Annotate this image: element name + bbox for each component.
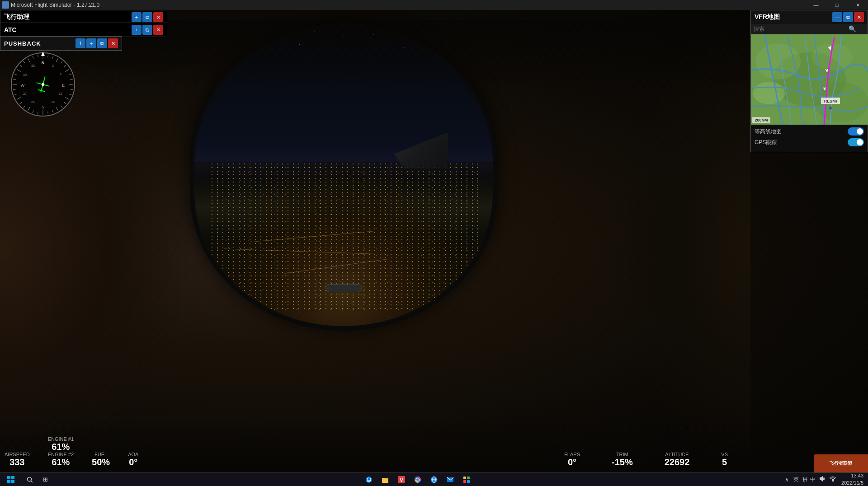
- taskbar-input-mode-pin[interactable]: 拼: [802, 476, 808, 483]
- taskbar: ⊞ V: [0, 472, 868, 486]
- flight-assistant-plus-button[interactable]: +: [132, 12, 142, 22]
- taskbar-system-tray: ∧ 英 拼 中 13:43 2022/11/5: [783, 472, 868, 486]
- aoa-label: AOA: [128, 452, 138, 457]
- vfr-close-button[interactable]: ✕: [854, 12, 864, 22]
- svg-text:33: 33: [31, 64, 35, 67]
- engine2-label: ENGINE #2: [48, 452, 74, 457]
- atc-title: ATC: [4, 26, 17, 33]
- atc-close-button[interactable]: ✕: [153, 25, 163, 35]
- search-icon[interactable]: 🔍: [849, 25, 856, 33]
- pushback-close-button[interactable]: ✕: [108, 38, 118, 48]
- vfr-search-bar[interactable]: 🔍: [751, 24, 868, 34]
- atc-panel: ATC + ⧉ ✕: [0, 23, 167, 37]
- pushback-panel: PUSHBACK 1 + ⧉ ✕: [0, 36, 122, 51]
- svg-rect-91: [832, 479, 834, 481]
- network-icon: [830, 476, 836, 482]
- taskbar-edge-button[interactable]: [363, 473, 375, 486]
- pushback-controls: 1 + ⧉ ✕: [75, 38, 118, 48]
- sky: [194, 28, 493, 162]
- search-icon: [27, 477, 33, 483]
- engine1-value: 61%: [52, 442, 70, 452]
- taskbar-input-lang-en[interactable]: 英: [792, 475, 801, 484]
- svg-text:15: 15: [51, 100, 55, 103]
- pushback-label: PUSHBACK: [4, 40, 41, 47]
- gps-track-toggle[interactable]: [848, 138, 864, 146]
- taskbar-input-lang-zh[interactable]: 中: [809, 476, 816, 483]
- close-button[interactable]: ✕: [847, 0, 868, 10]
- pushback-1-button[interactable]: 1: [75, 38, 85, 48]
- svg-rect-89: [467, 480, 470, 483]
- china-logo-text: 飞行者联盟: [830, 460, 852, 467]
- aoa-display: AOA 0°: [128, 452, 138, 467]
- svg-rect-76: [382, 478, 385, 479]
- airspeed-display: AIRSPEED 333: [5, 452, 30, 467]
- engine1-label: ENGINE #1: [48, 436, 74, 442]
- vfr-map-area[interactable]: RESMI 200NM: [751, 34, 868, 125]
- taskbar-chevron-up[interactable]: ∧: [783, 476, 791, 484]
- restore-button[interactable]: □: [826, 0, 847, 10]
- vfr-map-title: VFR地图: [755, 13, 780, 21]
- atc-header: ATC + ⧉ ✕: [0, 23, 167, 37]
- fuel-value: 50%: [92, 457, 110, 467]
- atc-plus-button[interactable]: +: [132, 25, 142, 35]
- taskbar-speaker-icon[interactable]: [817, 475, 827, 484]
- vfr-search-input[interactable]: [754, 26, 849, 32]
- taskbar-chrome-button[interactable]: [411, 473, 424, 486]
- svg-text:12: 12: [59, 92, 62, 95]
- store-icon: [463, 476, 470, 483]
- vfr-map-panel: VFR地图 — ⧉ ✕ 🔍: [750, 10, 868, 152]
- pushback-restore-button[interactable]: ⧉: [97, 38, 107, 48]
- windows-icon: [7, 476, 14, 483]
- titlebar-controls: — □ ✕: [806, 0, 868, 10]
- speaker-icon: [819, 476, 825, 482]
- gps-track-label: GPS跟踪: [755, 139, 777, 146]
- taskbar-explorer-button[interactable]: [379, 473, 392, 486]
- flaps-display: FLAPS 0°: [564, 452, 580, 467]
- svg-rect-88: [463, 480, 466, 483]
- app-icon: [2, 1, 9, 9]
- flight-assistant-restore-button[interactable]: ⧉: [142, 12, 152, 22]
- taskbar-search-button[interactable]: [23, 473, 37, 486]
- vfr-minimize-button[interactable]: —: [832, 12, 842, 22]
- stars: [194, 28, 493, 82]
- titlebar: Microsoft Flight Simulator - 1.27.21.0 —…: [0, 0, 868, 10]
- taskbar-middle-icons: V: [52, 473, 783, 486]
- right-hud: FLAPS 0° TRIM -15% ALTITUDE 22692 VS 5: [564, 452, 746, 472]
- taskbar-store-button[interactable]: [460, 473, 473, 486]
- svg-text:S: S: [42, 105, 44, 109]
- trim-display: TRIM -15%: [612, 452, 633, 467]
- flight-assistant-close-button[interactable]: ✕: [153, 12, 163, 22]
- contour-map-toggle[interactable]: [848, 127, 864, 136]
- flaps-value: 0°: [568, 457, 576, 467]
- map-toggles: 等高线地图 GPS跟踪: [751, 125, 868, 152]
- vfr-map-header: VFR地图 — ⧉ ✕: [751, 10, 868, 24]
- pushback-plus-button[interactable]: +: [86, 38, 96, 48]
- svg-text:200NM: 200NM: [755, 118, 768, 122]
- vfr-restore-button[interactable]: ⧉: [843, 12, 853, 22]
- taskbar-globe-button[interactable]: [428, 473, 440, 486]
- taskbar-clock[interactable]: 13:43 2022/11/5: [839, 472, 866, 486]
- start-button[interactable]: [0, 473, 22, 486]
- vfr-map-controls: — ⧉ ✕: [832, 12, 864, 22]
- taskbar-network-icon[interactable]: [828, 475, 838, 484]
- minimize-button[interactable]: —: [806, 0, 826, 10]
- svg-text:E: E: [62, 83, 65, 88]
- taskview-icon: ⊞: [43, 476, 48, 483]
- taskbar-mail-button[interactable]: [444, 473, 457, 486]
- taskbar-v-app-button[interactable]: V: [395, 473, 408, 486]
- atc-restore-button[interactable]: ⧉: [142, 25, 152, 35]
- contour-map-label: 等高线地图: [755, 128, 782, 136]
- svg-rect-87: [467, 477, 470, 479]
- svg-text:24: 24: [31, 100, 35, 103]
- china-logo: 飞行者联盟: [814, 454, 868, 472]
- svg-marker-90: [820, 476, 823, 481]
- taskbar-taskview-button[interactable]: ⊞: [39, 473, 52, 486]
- svg-text:27: 27: [23, 92, 27, 95]
- window-handle: [326, 284, 362, 292]
- vs-label: VS: [721, 452, 728, 457]
- flight-assistant-header: 飞行助理 + ⧉ ✕: [0, 10, 167, 24]
- titlebar-title: Microsoft Flight Simulator - 1.27.21.0: [11, 2, 806, 8]
- svg-rect-71: [11, 480, 14, 483]
- v-app-icon: V: [398, 476, 405, 483]
- edge-icon: [365, 476, 373, 483]
